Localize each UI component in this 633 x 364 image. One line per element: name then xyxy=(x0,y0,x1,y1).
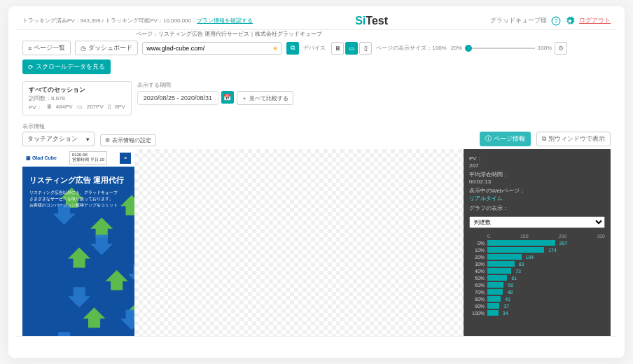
bar-row: 60%50 xyxy=(469,282,605,288)
session-row: すべてのセッション 訪問数：8,678 PV： 🖥484PV ▭207PV ▯8… xyxy=(17,77,616,120)
scroll-data-button[interactable]: ⟳ スクロールデータを見る xyxy=(22,59,111,74)
empty-canvas xyxy=(134,149,464,337)
page-meta: ページ：リスティング広告 運用代行サービス｜株式会社グラッドキューブ xyxy=(17,30,616,38)
logout-link[interactable]: ログアウト xyxy=(579,16,611,25)
tablet-icon: ▭ xyxy=(77,104,83,111)
bar-row: 100%34 xyxy=(469,310,605,316)
page-preview[interactable]: ▣ Glad Cube 0120-96営業時間 平日 10 ≡ xyxy=(22,149,134,337)
date-label: 表示する期間 xyxy=(137,81,292,89)
device-toggle: 🖥 ▭ ▯ xyxy=(331,42,372,55)
calendar-icon[interactable]: 📅 xyxy=(221,91,234,104)
display-row: 表示情報 タッチアクション ▾ ⚙ 表示情報の設定 ⓘ ページ情報 ⧉ 別ウィン… xyxy=(17,120,616,149)
app-logo: SiTest xyxy=(253,15,490,27)
chart-axis: 0100200300 xyxy=(469,234,605,239)
bar-row: 20%104 xyxy=(469,254,605,260)
date-range-input[interactable]: 2020/08/25 - 2020/08/31 xyxy=(137,91,218,105)
url-field[interactable]: ★ xyxy=(142,42,282,55)
session-title: すべてのセッション xyxy=(29,85,125,94)
zoom-max: 100% xyxy=(538,45,552,51)
bar-row: 30%83 xyxy=(469,261,605,267)
chevron-down-icon: ▾ xyxy=(86,136,90,143)
svg-text:?: ? xyxy=(555,18,558,24)
bar-row: 90%37 xyxy=(469,303,605,309)
bar-row: 80%41 xyxy=(469,296,605,302)
bar-row: 40%73 xyxy=(469,268,605,274)
trackable-pv: トラッキング可能PV：10,000,000 xyxy=(105,18,191,24)
pv-stats: PV： 🖥484PV ▭207PV ▯8PV xyxy=(29,104,125,111)
desktop-icon: 🖥 xyxy=(46,104,52,111)
preview-header: ▣ Glad Cube 0120-96営業時間 平日 10 ≡ xyxy=(22,149,134,167)
preview-text1: リスティング広告以外にも、グラッドキューブ xyxy=(29,190,127,196)
page-list-button[interactable]: ≡ ページ一覧 xyxy=(22,41,71,55)
tracking-info: トラッキング済みPV：943,398 / トラッキング可能PV：10,000,0… xyxy=(22,17,253,24)
info-sidebar: PV：207 平均滞在時間：00:02:13 表示中のWebページ：リアルタイム… xyxy=(464,149,611,337)
gear-icon[interactable] xyxy=(565,16,575,26)
device-tablet-icon[interactable]: ▭ xyxy=(345,42,358,55)
refresh-icon: ⟳ xyxy=(28,64,34,71)
side-dwell: 平均滞在時間：00:02:13 xyxy=(469,171,605,185)
preview-text2: さまざまなサービスを取り扱っております。 xyxy=(29,196,127,202)
device-mobile-icon[interactable]: ▯ xyxy=(359,42,372,55)
preview-body: リスティング広告 運用代行 リスティング広告以外にも、グラッドキューブ さまざま… xyxy=(22,167,134,217)
preview-brand: ▣ Glad Cube xyxy=(26,155,57,161)
bar-row: 10%174 xyxy=(469,247,605,253)
zoom-min: 20% xyxy=(451,45,462,51)
bar-row: 70%48 xyxy=(469,289,605,295)
copy-icon[interactable]: ⧉ xyxy=(286,42,299,55)
page-info-button[interactable]: ⓘ ページ情報 xyxy=(480,132,531,146)
compare-button[interactable]: ＋ 並べて比較する xyxy=(237,91,293,105)
visit-count: 訪問数：8,678 xyxy=(29,94,125,102)
zoom-gear-icon[interactable]: ⚙ xyxy=(555,42,567,55)
user-block: グラッドキューブ様 ? ログアウト xyxy=(490,16,611,26)
gauge-icon: ◷ xyxy=(81,45,86,52)
info-icon: ⓘ xyxy=(485,134,492,144)
external-icon: ⧉ xyxy=(542,135,546,143)
zoom-control: ページの表示サイズ：100% 20% 100% ⚙ xyxy=(376,42,567,55)
star-icon[interactable]: ★ xyxy=(272,45,278,52)
preview-headline: リスティング広告 運用代行 xyxy=(29,175,127,186)
tracked-pv: トラッキング済みPV：943,398 xyxy=(22,18,101,24)
laptop-frame: トラッキング済みPV：943,398 / トラッキング可能PV：10,000,0… xyxy=(8,6,625,358)
plan-link[interactable]: プラン情報を確認する xyxy=(197,18,253,24)
list-icon: ≡ xyxy=(28,45,32,52)
preview-text3: お客様のコンバージョン獲得アップをコミット xyxy=(29,202,127,209)
help-icon[interactable]: ? xyxy=(551,16,561,26)
side-pv: PV：207 xyxy=(469,155,605,169)
topbar: トラッキング済みPV：943,398 / トラッキング可能PV：10,000,0… xyxy=(17,12,616,30)
device-label: デバイス xyxy=(303,44,326,52)
hamburger-icon[interactable]: ≡ xyxy=(120,153,131,164)
url-input[interactable] xyxy=(146,45,270,52)
session-panel[interactable]: すべてのセッション 訪問数：8,678 PV： 🖥484PV ▭207PV ▯8… xyxy=(22,81,132,115)
display-settings-button[interactable]: ⚙ 表示情報の設定 xyxy=(100,134,156,146)
main-area: ▣ Glad Cube 0120-96営業時間 平日 10 ≡ xyxy=(17,149,616,337)
bar-row: 0%207 xyxy=(469,240,605,246)
mobile-icon: ▯ xyxy=(108,104,111,111)
display-section-label: 表示情報 xyxy=(22,122,93,130)
graph-type-select[interactable]: 到達数 xyxy=(469,216,605,228)
user-name: グラッドキューブ様 xyxy=(490,16,547,25)
new-window-button[interactable]: ⧉ 別ウィンドウで表示 xyxy=(536,132,611,146)
display-select[interactable]: タッチアクション ▾ xyxy=(22,132,95,146)
date-block: 表示する期間 2020/08/25 - 2020/08/31 📅 ＋ 並べて比較… xyxy=(137,81,293,115)
device-desktop-icon[interactable]: 🖥 xyxy=(331,42,344,55)
scroll-chart: 0100200300 0%20710%17420%10430%8340%7350… xyxy=(469,234,605,316)
side-page: 表示中のWebページ：リアルタイム xyxy=(469,187,605,202)
app-screen: トラッキング済みPV：943,398 / トラッキング可能PV：10,000,0… xyxy=(17,12,616,337)
zoom-slider[interactable] xyxy=(465,48,535,49)
gear-icon: ⚙ xyxy=(105,137,110,144)
main-toolbar: ≡ ページ一覧 ◷ ダッシュボード ★ ⧉ デバイス 🖥 ▭ ▯ ページの表示サ… xyxy=(17,38,616,77)
side-graph-label: グラフの表示： xyxy=(469,204,605,212)
chart-bars: 0%20710%17420%10430%8340%7350%6160%5070%… xyxy=(469,240,605,316)
dashboard-button[interactable]: ◷ ダッシュボード xyxy=(75,41,138,55)
zoom-label: ページの表示サイズ：100% xyxy=(376,44,446,52)
bar-row: 50%61 xyxy=(469,275,605,281)
preview-tel: 0120-96営業時間 平日 10 xyxy=(69,151,107,164)
plus-icon: ＋ xyxy=(242,94,247,102)
